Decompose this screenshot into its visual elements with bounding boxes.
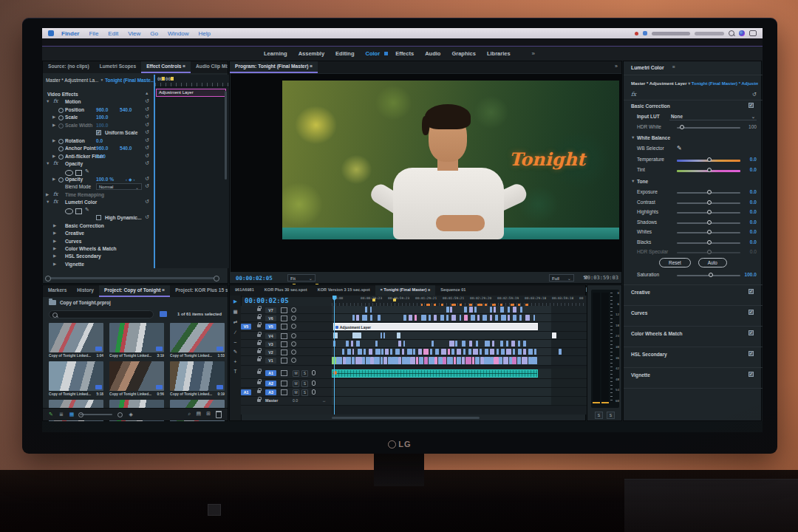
lock-icon[interactable] xyxy=(257,350,261,353)
param-label[interactable]: Anchor Point xyxy=(65,146,95,151)
checkbox[interactable]: ✓ xyxy=(748,372,754,377)
video-clip[interactable] xyxy=(477,315,480,321)
workspace-tab-color[interactable]: Color xyxy=(366,50,381,57)
reset-icon[interactable]: ↺ xyxy=(145,153,149,159)
track-lane-v7[interactable] xyxy=(332,306,587,314)
video-clip[interactable] xyxy=(531,357,536,364)
video-clip[interactable] xyxy=(419,357,423,364)
slider-knob[interactable] xyxy=(707,190,712,194)
video-clip[interactable] xyxy=(482,315,488,321)
video-clip[interactable] xyxy=(525,315,530,321)
reset-button[interactable]: Reset xyxy=(659,258,691,267)
video-clip[interactable] xyxy=(355,357,362,364)
clip-thumbnail[interactable] xyxy=(109,323,164,352)
slider-value[interactable]: 0.0 xyxy=(750,157,757,162)
video-clip[interactable] xyxy=(490,349,494,355)
adjustment-layer-clip[interactable]: Adjustment Layer xyxy=(156,89,226,97)
stopwatch-icon[interactable] xyxy=(58,108,64,113)
video-clip[interactable] xyxy=(476,341,478,347)
effect-label[interactable]: Time Remapping xyxy=(65,192,104,197)
search-icon[interactable] xyxy=(729,30,734,36)
clip-cell[interactable]: Copy of Tonight Linked...0:19 xyxy=(170,361,225,391)
video-clip[interactable] xyxy=(410,357,415,364)
clip-thumbnail[interactable] xyxy=(49,323,103,352)
video-clip[interactable] xyxy=(441,349,446,355)
panel-tab[interactable]: Source: (no clips) xyxy=(43,61,95,73)
video-clip[interactable] xyxy=(494,307,496,313)
track-lane-a2[interactable] xyxy=(332,379,587,388)
track-target-a3[interactable]: A3 xyxy=(265,389,276,395)
saturation-value[interactable]: 100.0 xyxy=(744,272,757,277)
video-clip[interactable] xyxy=(378,315,380,321)
sequence-label[interactable]: Tonight (Final Maste... xyxy=(105,78,154,83)
video-clip[interactable] xyxy=(447,357,453,364)
reset-icon[interactable]: ↺ xyxy=(145,137,149,143)
lock-icon[interactable] xyxy=(257,390,261,393)
siri-icon[interactable] xyxy=(739,30,745,36)
solo-button[interactable]: S xyxy=(595,412,603,419)
video-clip[interactable] xyxy=(352,315,355,321)
checkbox[interactable]: ✓ xyxy=(748,351,754,356)
slider-knob[interactable] xyxy=(707,168,712,172)
whites-slider[interactable] xyxy=(677,232,740,233)
video-clip[interactable] xyxy=(429,315,431,321)
track-target-v7[interactable]: V7 xyxy=(265,307,276,313)
stopwatch-icon[interactable] xyxy=(58,123,64,129)
slider-knob[interactable] xyxy=(680,125,684,129)
video-clip[interactable] xyxy=(503,357,509,364)
sync-lock-icon[interactable] xyxy=(281,307,287,313)
panel-tab[interactable]: Program: Tonight (Final Master) ≡ xyxy=(230,61,318,73)
video-clip[interactable] xyxy=(455,341,457,347)
video-clip[interactable] xyxy=(356,315,359,321)
bluetooth-icon[interactable] xyxy=(643,31,647,35)
menu-item-file[interactable]: File xyxy=(89,30,98,37)
track-target-v6[interactable]: V6 xyxy=(265,316,276,321)
video-clip[interactable] xyxy=(473,349,478,355)
section-label[interactable]: Creative xyxy=(65,231,84,236)
slider-knob[interactable] xyxy=(707,250,712,254)
hand-tool-icon[interactable]: + xyxy=(234,359,237,364)
keyframe-nav-icons[interactable]: ‹◆› xyxy=(126,177,137,182)
slider-knob[interactable] xyxy=(707,210,712,214)
workspace-tab-audio[interactable]: Audio xyxy=(425,50,440,57)
control-center-icon[interactable] xyxy=(749,30,757,36)
video-clip[interactable] xyxy=(416,357,418,364)
chevron-icon[interactable]: ▶ xyxy=(53,239,56,243)
temperature-slider[interactable] xyxy=(677,160,740,162)
chevron-icon[interactable]: ▶ xyxy=(52,115,55,119)
chevron-down-icon[interactable]: ▼ xyxy=(631,179,635,183)
video-clip[interactable] xyxy=(523,349,526,355)
video-clip[interactable] xyxy=(497,349,499,355)
video-clip[interactable] xyxy=(472,357,474,364)
chevron-icon[interactable]: ▶ xyxy=(52,177,55,181)
sync-lock-icon[interactable] xyxy=(281,358,287,364)
video-clip[interactable] xyxy=(463,349,466,355)
hdr-specular-slider[interactable] xyxy=(677,252,740,253)
param-value[interactable]: 0.00 xyxy=(96,154,106,159)
video-clip[interactable] xyxy=(385,349,388,355)
video-clip[interactable] xyxy=(381,332,383,338)
track-lane-a1[interactable] xyxy=(332,369,587,379)
video-clip[interactable] xyxy=(403,315,406,321)
menu-item-finder[interactable]: Finder xyxy=(61,30,79,37)
track-target-v3[interactable]: V3 xyxy=(265,341,276,347)
slider-value[interactable]: 0.0 xyxy=(750,209,757,214)
sync-lock-icon[interactable] xyxy=(281,381,287,386)
video-clip[interactable] xyxy=(457,349,461,355)
video-clip[interactable] xyxy=(351,341,353,347)
video-clip[interactable] xyxy=(469,307,473,313)
track-lane-v6[interactable] xyxy=(332,314,587,322)
video-clip[interactable] xyxy=(352,332,361,338)
reset-icon[interactable]: ↺ xyxy=(145,98,149,104)
workspace-tab-editing[interactable]: Editing xyxy=(335,50,354,57)
video-clip[interactable] xyxy=(390,349,392,355)
video-clip[interactable] xyxy=(407,349,412,355)
mute-button[interactable]: M xyxy=(293,381,299,387)
writable-icon[interactable]: ✎ xyxy=(49,412,53,417)
panel-tab[interactable]: Markers xyxy=(43,285,72,297)
video-clip[interactable] xyxy=(366,357,370,364)
video-clip[interactable] xyxy=(528,357,531,364)
video-clip[interactable] xyxy=(500,341,503,347)
video-clip[interactable] xyxy=(370,307,372,313)
slider-knob[interactable] xyxy=(707,157,712,162)
